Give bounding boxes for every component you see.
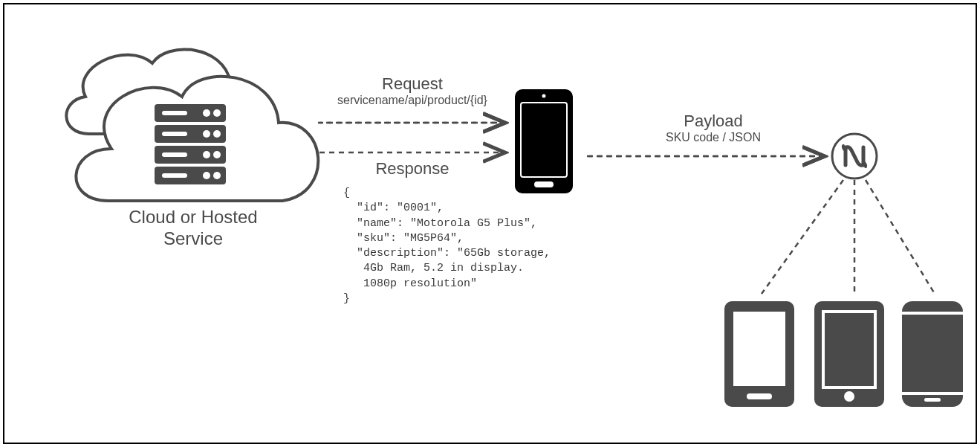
svg-point-9: [213, 109, 221, 117]
device-1-icon: [724, 301, 794, 407]
svg-rect-22: [733, 312, 785, 386]
svg-rect-31: [924, 398, 941, 402]
cloud-label: Cloud or Hosted Service: [89, 207, 297, 250]
device-2-icon: [814, 301, 884, 407]
svg-rect-30: [902, 392, 963, 395]
nfc-link-1: [762, 180, 843, 294]
svg-rect-26: [825, 313, 874, 386]
svg-rect-7: [162, 173, 187, 178]
payload-subtitle: SKU code / JSON: [624, 131, 802, 144]
request-title: Request: [319, 74, 505, 94]
svg-point-14: [203, 172, 210, 179]
svg-point-8: [203, 109, 210, 117]
svg-rect-4: [162, 111, 187, 115]
svg-rect-23: [747, 393, 772, 399]
svg-rect-5: [162, 132, 187, 136]
svg-point-10: [203, 130, 210, 138]
cloud-label-line1: Cloud or Hosted: [129, 207, 257, 227]
svg-point-27: [844, 391, 854, 402]
svg-rect-6: [162, 152, 187, 157]
svg-rect-28: [902, 301, 963, 407]
svg-rect-29: [902, 312, 963, 315]
response-title: Response: [319, 159, 505, 179]
payload-title: Payload: [624, 112, 802, 131]
cloud-label-line2: Service: [163, 228, 223, 248]
svg-point-11: [213, 130, 221, 138]
svg-point-12: [203, 151, 210, 158]
svg-point-18: [542, 94, 546, 98]
device-3-icon: [902, 301, 963, 407]
phone-icon: [515, 89, 573, 193]
nfc-icon: [832, 134, 877, 179]
svg-point-13: [213, 151, 221, 158]
response-json: { "id": "0001", "name": "Motorola G5 Plu…: [343, 186, 551, 306]
svg-rect-17: [521, 103, 567, 177]
request-path: servicename/api/product/{id}: [319, 94, 505, 107]
nfc-link-3: [866, 180, 935, 294]
svg-point-15: [213, 172, 221, 179]
